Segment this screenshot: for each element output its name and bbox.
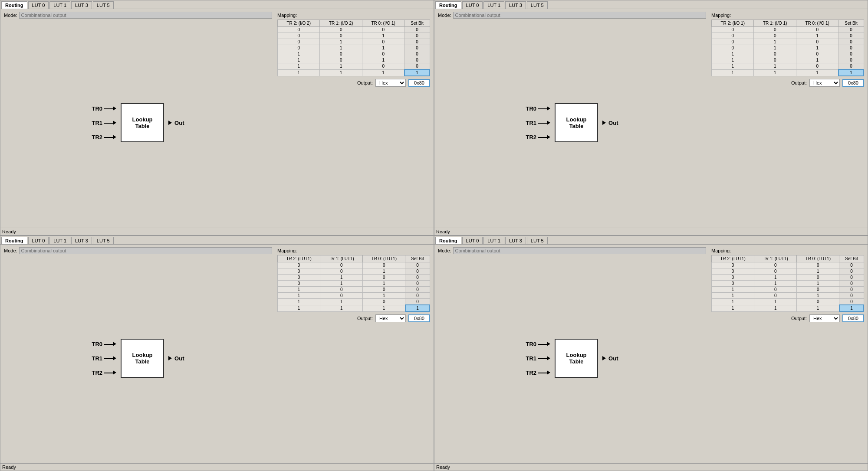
table-row: 1100	[712, 63, 864, 70]
lut-label-line1: Lookup	[566, 352, 587, 358]
table-cell[interactable]: 0	[839, 287, 864, 293]
tab-lut-5[interactable]: LUT 5	[527, 237, 548, 244]
table-cell: 0	[797, 275, 839, 281]
column-header: TR 2: (I/O 1)	[712, 20, 754, 27]
input-signal-row: TR2	[92, 370, 117, 376]
table-cell[interactable]: 0	[839, 299, 864, 305]
output-hex-value[interactable]	[842, 79, 864, 87]
arrow-icon	[104, 121, 116, 125]
table-cell: 0	[362, 63, 404, 70]
table-cell[interactable]: 0	[838, 39, 864, 45]
tab-lut-5[interactable]: LUT 5	[93, 237, 114, 244]
tab-routing[interactable]: Routing	[1, 1, 27, 9]
output-format-select[interactable]: Hex	[809, 314, 840, 322]
tab-lut-3[interactable]: LUT 3	[505, 237, 526, 244]
column-header: TR 2: (LUT1)	[278, 255, 320, 262]
table-row: 1111	[712, 69, 864, 76]
table-cell[interactable]: 1	[404, 69, 430, 76]
table-cell[interactable]: 0	[404, 45, 430, 51]
input-label: TR2	[526, 370, 537, 376]
tab-lut-3[interactable]: LUT 3	[71, 237, 92, 244]
table-cell[interactable]: 0	[405, 287, 430, 293]
table-cell: 0	[320, 287, 363, 293]
table-cell[interactable]: 0	[404, 33, 430, 39]
input-label: TR1	[526, 355, 537, 362]
table-row: 0110	[712, 45, 864, 51]
output-hex-value[interactable]	[842, 314, 864, 322]
table-cell[interactable]: 0	[839, 262, 864, 268]
output-controls-row: Output:Hex	[711, 79, 864, 87]
table-cell[interactable]: 0	[404, 51, 430, 57]
table-cell[interactable]: 0	[838, 51, 864, 57]
tab-routing[interactable]: Routing	[435, 1, 461, 9]
table-cell[interactable]: 0	[839, 275, 864, 281]
table-cell: 1	[797, 293, 839, 299]
table-cell: 0	[712, 262, 754, 268]
table-cell[interactable]: 0	[838, 45, 864, 51]
output-hex-value[interactable]	[408, 314, 430, 322]
table-row: 0000	[712, 262, 864, 268]
table-cell: 1	[320, 299, 363, 305]
tab-lut-5[interactable]: LUT 5	[93, 1, 114, 9]
tab-lut-0[interactable]: LUT 0	[462, 1, 483, 9]
tab-lut-1[interactable]: LUT 1	[49, 1, 70, 9]
tab-lut-3[interactable]: LUT 3	[505, 1, 526, 9]
lut-label-line2: Table	[135, 358, 150, 365]
table-row: 1010	[712, 293, 864, 299]
tab-lut-5[interactable]: LUT 5	[527, 1, 548, 9]
table-row: 1111	[278, 69, 430, 76]
tab-lut-1[interactable]: LUT 1	[49, 237, 70, 244]
tab-lut-0[interactable]: LUT 0	[462, 237, 483, 244]
output-format-select[interactable]: Hex	[375, 79, 406, 87]
table-cell[interactable]: 0	[405, 262, 430, 268]
tab-routing[interactable]: Routing	[435, 237, 461, 244]
output-format-label: Output:	[357, 316, 373, 321]
table-row: 0100	[278, 39, 430, 45]
tab-bar: RoutingLUT 0LUT 1LUT 3LUT 5	[0, 0, 434, 9]
table-cell[interactable]: 0	[405, 299, 430, 305]
table-cell[interactable]: 0	[405, 293, 430, 299]
table-cell[interactable]: 1	[839, 305, 864, 311]
table-cell[interactable]: 0	[839, 268, 864, 275]
table-row: 0000	[278, 27, 430, 33]
table-row: 1010	[278, 293, 430, 299]
table-row: 1000	[278, 51, 430, 57]
output-hex-value[interactable]	[408, 79, 430, 87]
output-format-select[interactable]: Hex	[809, 79, 840, 87]
tab-routing[interactable]: Routing	[1, 237, 27, 244]
table-cell[interactable]: 1	[405, 305, 430, 311]
output-format-select[interactable]: Hex	[375, 314, 406, 322]
table-cell[interactable]: 0	[839, 281, 864, 287]
table-cell: 1	[278, 69, 320, 76]
table-cell[interactable]: 0	[404, 39, 430, 45]
table-cell[interactable]: 0	[839, 293, 864, 299]
tab-lut-0[interactable]: LUT 0	[28, 1, 49, 9]
tab-lut-1[interactable]: LUT 1	[483, 1, 504, 9]
table-cell[interactable]: 0	[838, 57, 864, 63]
tab-lut-3[interactable]: LUT 3	[71, 1, 92, 9]
table-cell[interactable]: 0	[404, 57, 430, 63]
table-cell[interactable]: 0	[404, 27, 430, 33]
table-cell: 0	[754, 33, 796, 39]
table-cell: 0	[278, 45, 320, 51]
tab-lut-1[interactable]: LUT 1	[483, 237, 504, 244]
table-cell[interactable]: 1	[838, 69, 864, 76]
table-cell[interactable]: 0	[405, 268, 430, 275]
table-cell: 0	[278, 27, 320, 33]
lut-diagram: TR0TR1TR2LookupTableOut	[526, 103, 618, 142]
table-cell[interactable]: 0	[404, 63, 430, 70]
table-cell[interactable]: 0	[838, 27, 864, 33]
table-cell: 1	[278, 57, 320, 63]
table-cell: 0	[278, 275, 320, 281]
mode-row: Mode:Combinational output	[2, 11, 274, 20]
output-label: Out	[608, 120, 618, 126]
table-cell[interactable]: 0	[838, 33, 864, 39]
right-section: Mapping:TR 2: (LUT1)TR 1: (LUT1)TR 0: (L…	[710, 246, 866, 461]
table-cell[interactable]: 0	[405, 281, 430, 287]
tab-lut-0[interactable]: LUT 0	[28, 237, 49, 244]
mapping-title: Mapping:	[711, 248, 864, 253]
mapping-table: TR 2: (LUT1)TR 1: (LUT1)TR 0: (LUT1)Set …	[277, 255, 430, 312]
input-label: TR0	[526, 341, 537, 347]
table-cell[interactable]: 0	[838, 63, 864, 70]
table-cell[interactable]: 0	[405, 275, 430, 281]
